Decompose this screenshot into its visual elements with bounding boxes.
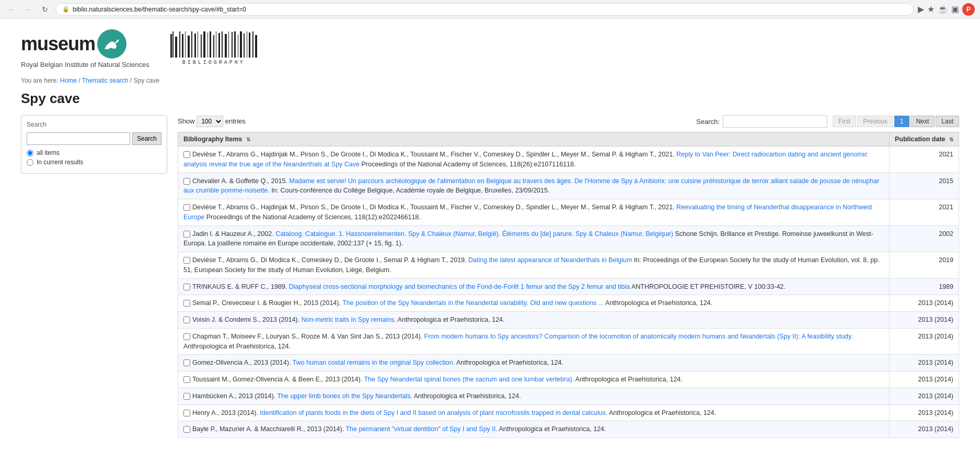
bib-link[interactable]: Identification of plants foods in the di… (260, 409, 607, 416)
row-checkbox[interactable] (183, 426, 190, 433)
table-row: Chapman T., Moiseev F., Louryan S., Rooz… (178, 328, 959, 355)
bib-text-plain: Chevalier A. & Goffette Q., 2015. (192, 177, 289, 185)
radio-current-results[interactable] (27, 159, 33, 166)
profile-avatar[interactable]: P (962, 3, 975, 16)
bib-item-cell: TRINKAUS E. & RUFF C., 1989. Diaphyseal … (178, 278, 890, 295)
bib-link[interactable]: Dating the latest appearance of Neandert… (468, 256, 632, 264)
table-row: TRINKAUS E. & RUFF C., 1989. Diaphyseal … (178, 278, 959, 295)
bib-year-cell: 2021 (889, 199, 959, 226)
radio-all-items[interactable] (27, 150, 33, 156)
bib-link[interactable]: The permanent "virtual dentition" of Spy… (345, 425, 497, 433)
bib-year-cell: 2013 (2014) (889, 295, 959, 312)
bib-item-cell: Bayle P., Mazurier A. & Macchiarelli R.,… (178, 421, 890, 438)
row-checkbox[interactable] (183, 178, 190, 185)
bib-text-plain: Chapman T., Moiseev F., Louryan S., Rooz… (192, 333, 424, 340)
row-checkbox[interactable] (183, 204, 190, 211)
museum-logo-icon (97, 29, 126, 59)
bib-item-cell: Hambücken A., 2013 (2014). The upper lim… (178, 388, 890, 404)
bib-text-plain: Henry A., 2013 (2014). (192, 409, 260, 416)
row-checkbox[interactable] (183, 257, 190, 264)
breadcrumb-current: Spy cave (134, 77, 159, 84)
bibliography-table: Bibliography Items ⇅ Publication date ⇅ … (178, 132, 959, 438)
bib-link[interactable]: Non-metric traits in Spy remains. (301, 316, 396, 323)
table-row: Chevalier A. & Goffette Q., 2015. Madame… (178, 173, 959, 199)
sidebar-search-input[interactable] (27, 132, 130, 145)
bib-text-after: Anthropologica et Praehistorica, 124. (604, 299, 712, 307)
col-items-header[interactable]: Bibliography Items ⇅ (178, 132, 890, 147)
bib-text-plain: Gomez-Olivencia A., 2013 (2014). (192, 359, 293, 366)
bibliography-section: BIBLIOGRAPHY (170, 31, 257, 65)
next-page-btn[interactable]: Next (910, 116, 935, 127)
svg-point-1 (116, 40, 117, 42)
reload-button[interactable]: ↻ (39, 3, 51, 16)
bib-year-cell: 2013 (2014) (889, 421, 959, 438)
row-checkbox[interactable] (183, 317, 190, 323)
bib-item-cell: Chapman T., Moiseev F., Louryan S., Rooz… (178, 328, 890, 355)
bib-item-cell: Devièse T., Abrams G., Di Modica K., Com… (178, 252, 890, 279)
content-area: Show 10 25 50 100 entries Search: (178, 115, 959, 438)
browser-chrome: ← → ↻ 🔒 biblio.naturalsciences.be/themat… (0, 0, 980, 19)
search-input-row: Search (27, 132, 162, 145)
row-checkbox[interactable] (183, 393, 190, 400)
row-checkbox[interactable] (183, 333, 190, 340)
row-checkbox[interactable] (183, 410, 190, 416)
breadcrumb: You are here: Home / Thematic search / S… (21, 77, 959, 84)
sidebar-search-button[interactable]: Search (132, 132, 162, 145)
forward-button[interactable]: → (22, 3, 34, 16)
bib-item-cell: Toussaint M., Gomez-Olivencia A. & Been … (178, 371, 890, 388)
last-page-btn[interactable]: Last (936, 116, 959, 127)
show-entries: Show 10 25 50 100 entries (178, 116, 246, 127)
search-box: Search Search all items In current resul… (21, 115, 167, 174)
extension-icon[interactable]: ☕ (938, 4, 948, 14)
table-row: Gomez-Olivencia A., 2013 (2014). Two hum… (178, 355, 959, 371)
bib-item-cell: Henry A., 2013 (2014). Identification of… (178, 404, 890, 421)
row-checkbox[interactable] (183, 284, 190, 290)
bib-year-cell: 2013 (2014) (889, 388, 959, 404)
cast-icon[interactable]: ▶ (918, 4, 924, 14)
logo-row: museum (21, 29, 149, 59)
bib-item-cell: Voisin J. & Condemi S., 2013 (2014). Non… (178, 312, 890, 329)
breadcrumb-home[interactable]: Home (60, 77, 77, 84)
bib-text-plain: Devièse T., Abrams G., Hajdinjak M., Pir… (192, 204, 676, 211)
items-sort-icon: ⇅ (246, 137, 250, 142)
bib-text-after: Anthropologica et Praehistorica, 124. (412, 392, 521, 400)
entries-select[interactable]: 10 25 50 100 (197, 116, 223, 127)
bib-link[interactable]: Cataloog. Catalogue. 1. Hassnoerelemente… (275, 230, 673, 238)
bib-text-plain: Voisin J. & Condemi S., 2013 (2014). (192, 316, 301, 323)
bib-text-plain: Hambücken A., 2013 (2014). (192, 392, 277, 400)
previous-page-btn[interactable]: Previous (857, 116, 893, 127)
address-bar[interactable]: 🔒 biblio.naturalsciences.be/thematic-sea… (55, 3, 914, 16)
row-checkbox[interactable] (183, 359, 190, 366)
row-checkbox[interactable] (183, 151, 190, 158)
breadcrumb-thematic-search[interactable]: Thematic search (82, 77, 129, 84)
bib-link[interactable]: Diaphyseal cross-sectional morphology an… (289, 283, 630, 290)
table-search: Search: (696, 115, 827, 128)
row-checkbox[interactable] (183, 300, 190, 307)
bib-item-cell: Chevalier A. & Goffette Q., 2015. Madame… (178, 173, 890, 199)
current-page-btn[interactable]: 1 (894, 116, 909, 127)
bib-text-after: Anthropologica et Praehistorica, 124. (183, 343, 291, 350)
bib-link[interactable]: The upper limb bones oh the Spy Neandert… (277, 392, 412, 400)
bib-year-cell: 2002 (889, 226, 959, 252)
logo-area: museum Royal Belgian Institute of Natura… (21, 29, 149, 69)
bib-item-cell: Semal P., Crevecoeur I. & Rougier H., 20… (178, 295, 890, 312)
row-checkbox[interactable] (183, 231, 190, 238)
radio-all-items-row: all items (27, 149, 162, 156)
col-date-header[interactable]: Publication date ⇅ (889, 132, 959, 147)
first-page-btn[interactable]: First (833, 116, 856, 127)
bib-year-cell: 2015 (889, 173, 959, 199)
bookmark-icon[interactable]: ★ (927, 4, 935, 14)
bib-text-after: Proceedings of the National Academy of S… (360, 161, 575, 168)
bib-text-after: Anthropologica et Praehistorica, 124. (498, 425, 606, 433)
pagination: First Previous 1 Next Last (833, 116, 959, 127)
bib-link[interactable]: The Spy Neandertal spinal bones (the sac… (364, 376, 574, 383)
table-row: Toussaint M., Gomez-Olivencia A. & Been … (178, 371, 959, 388)
row-checkbox[interactable] (183, 376, 190, 383)
bib-text-plain: Semal P., Crevecoeur I. & Rougier H., 20… (192, 299, 342, 307)
bib-link[interactable]: Two human costal remains in the original… (293, 359, 455, 366)
table-search-input[interactable] (723, 115, 827, 128)
bib-link[interactable]: From modern humans to Spy ancestors? Com… (424, 333, 853, 340)
back-button[interactable]: ← (5, 3, 18, 16)
window-icon[interactable]: ▣ (951, 4, 959, 14)
bib-link[interactable]: The position of the Spy Neandertals in t… (342, 299, 604, 307)
